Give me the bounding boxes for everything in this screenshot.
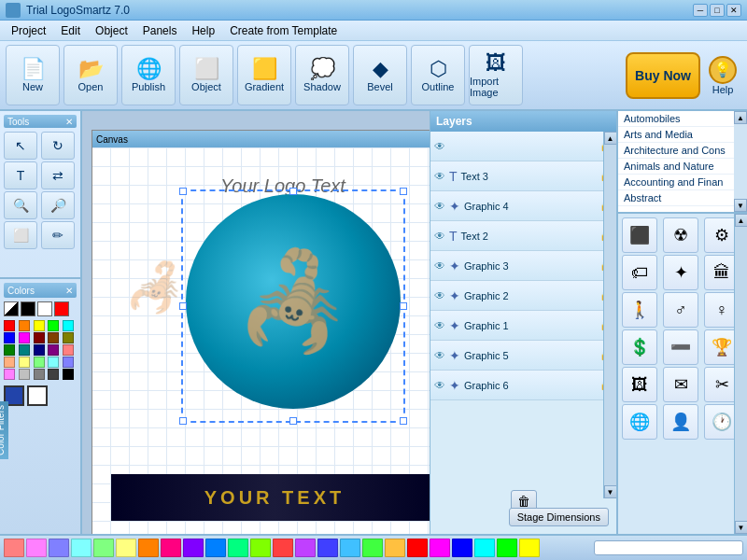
handle-tr[interactable] <box>400 188 407 195</box>
layer-eye-layer-top[interactable]: 👁 <box>434 140 445 153</box>
status-color-swatch[interactable] <box>205 539 226 557</box>
palette-swatch[interactable] <box>34 357 45 368</box>
palette-swatch[interactable] <box>63 332 74 343</box>
status-color-swatch[interactable] <box>250 539 271 557</box>
status-color-swatch[interactable] <box>161 539 181 557</box>
publish-button[interactable]: 🌐Publish <box>121 45 176 105</box>
red-swatch[interactable] <box>54 301 69 316</box>
layer-item-graphic1[interactable]: 👁 ✦ Graphic 1 🔒 <box>430 311 616 341</box>
status-color-swatch[interactable] <box>340 539 360 557</box>
icon-cell-checkerboard[interactable]: ⬛ <box>622 217 657 253</box>
palette-swatch[interactable] <box>48 357 59 368</box>
palette-swatch[interactable] <box>34 344 45 356</box>
status-color-swatch[interactable] <box>26 539 47 557</box>
menu-item-panels[interactable]: Panels <box>135 22 185 39</box>
handle-bm[interactable] <box>289 417 297 425</box>
toolbox-close[interactable]: ✕ <box>65 117 73 127</box>
layer-item-layer-top[interactable]: 👁 🔒 <box>430 132 616 161</box>
palette-swatch[interactable] <box>19 332 30 343</box>
status-color-swatch[interactable] <box>93 539 114 557</box>
handle-bl[interactable] <box>179 417 187 425</box>
zoom-in-tool[interactable]: 🔎 <box>41 191 75 219</box>
menu-item-object[interactable]: Object <box>88 22 135 39</box>
icon-cell-male[interactable]: ♂ <box>663 292 698 328</box>
maximize-button[interactable]: □ <box>710 4 725 17</box>
select-tool[interactable]: ↖ <box>4 132 37 160</box>
color-filters-tab[interactable]: Color Filters <box>0 401 8 459</box>
status-color-swatch[interactable] <box>138 539 159 557</box>
layers-scrollbar[interactable]: ▲ ▼ <box>603 132 616 498</box>
status-color-swatch[interactable] <box>474 539 495 557</box>
white-swatch[interactable] <box>37 301 52 316</box>
icon-cell-globe[interactable]: 🌐 <box>622 404 657 440</box>
layer-item-graphic2[interactable]: 👁 ✦ Graphic 2 🔒 <box>430 281 616 311</box>
palette-swatch[interactable] <box>19 344 30 356</box>
layer-eye-graphic2[interactable]: 👁 <box>434 289 445 302</box>
handle-br[interactable] <box>400 417 407 425</box>
palette-swatch[interactable] <box>63 357 74 368</box>
status-color-swatch[interactable] <box>295 539 316 557</box>
menu-item-help[interactable]: Help <box>184 22 222 39</box>
cat-scroll-up[interactable]: ▲ <box>734 111 747 124</box>
palette-swatch[interactable] <box>4 320 15 331</box>
handle-tl[interactable] <box>179 188 187 195</box>
palette-swatch[interactable] <box>4 357 15 368</box>
layer-item-text3[interactable]: 👁 T Text 3 🔒 <box>430 161 616 191</box>
status-color-swatch[interactable] <box>317 539 338 557</box>
status-color-swatch[interactable] <box>519 539 540 557</box>
cat-scroll-down[interactable]: ▼ <box>734 199 747 212</box>
transparent-swatch[interactable] <box>4 301 19 316</box>
menu-item-project[interactable]: Project <box>4 22 53 39</box>
palette-swatch[interactable] <box>48 369 59 380</box>
palette-swatch[interactable] <box>19 320 30 331</box>
status-color-swatch[interactable] <box>116 539 136 557</box>
status-color-swatch[interactable] <box>362 539 383 557</box>
handle-mr[interactable] <box>400 302 407 310</box>
category-item[interactable]: Architecture and Cons <box>618 143 747 159</box>
status-color-swatch[interactable] <box>228 539 248 557</box>
palette-swatch[interactable] <box>4 344 15 356</box>
category-item[interactable]: Automobiles <box>618 111 747 127</box>
shadow-button[interactable]: 💭Shadow <box>295 45 349 105</box>
palette-swatch[interactable] <box>48 332 59 343</box>
layer-item-text2[interactable]: 👁 T Text 2 🔒 <box>430 221 616 251</box>
layer-item-graphic3[interactable]: 👁 ✦ Graphic 3 🔒 <box>430 251 616 281</box>
help-button[interactable]: 💡Help <box>704 56 741 95</box>
open-button[interactable]: 📂Open <box>63 45 118 105</box>
icon-cell-frame[interactable]: 🖼 <box>622 367 657 402</box>
palette-swatch[interactable] <box>34 320 45 331</box>
icon-cell-person2[interactable]: 👤 <box>663 404 698 440</box>
layer-item-graphic6[interactable]: 👁 ✦ Graphic 6 🔒 <box>430 371 616 400</box>
icon-cell-mail[interactable]: ✉ <box>663 367 698 402</box>
palette-swatch[interactable] <box>63 344 74 356</box>
layer-eye-text3[interactable]: 👁 <box>434 170 445 183</box>
bevel-button[interactable]: ◆Bevel <box>353 45 407 105</box>
text-tool[interactable]: T <box>4 161 37 189</box>
category-item[interactable]: Arts and Media <box>618 127 747 143</box>
crop-tool[interactable]: ⬜ <box>4 221 37 249</box>
category-item[interactable]: Abstract <box>618 190 747 206</box>
outline-button[interactable]: ⬡Outline <box>411 45 465 105</box>
canvas[interactable]: Canvas ─ ✕ Your Logo Text 🦂 🦂 <box>92 130 474 534</box>
status-scrollbar[interactable] <box>594 540 743 555</box>
layer-eye-graphic5[interactable]: 👁 <box>434 349 445 362</box>
colors-close[interactable]: ✕ <box>65 286 73 296</box>
palette-swatch[interactable] <box>48 320 59 331</box>
layer-eye-graphic4[interactable]: 👁 <box>434 200 445 213</box>
status-color-swatch[interactable] <box>407 539 428 557</box>
menu-item-edit[interactable]: Edit <box>53 22 88 39</box>
palette-swatch[interactable] <box>19 369 30 380</box>
status-color-swatch[interactable] <box>452 539 472 557</box>
status-color-swatch[interactable] <box>4 539 24 557</box>
icon-cell-star4[interactable]: ✦ <box>663 255 698 290</box>
status-color-swatch[interactable] <box>430 539 450 557</box>
palette-swatch[interactable] <box>19 357 30 368</box>
rotate-tool[interactable]: ↻ <box>41 132 75 160</box>
buy-now-button[interactable]: Buy Now <box>626 52 700 99</box>
category-item[interactable]: Accounting and Finan <box>618 175 747 190</box>
icons-scroll-up[interactable]: ▲ <box>735 214 748 227</box>
palette-swatch[interactable] <box>4 332 15 343</box>
gradient-button[interactable]: 🟨Gradient <box>237 45 291 105</box>
background-color[interactable] <box>27 385 48 406</box>
icon-cell-radioactive[interactable]: ☢ <box>663 217 698 253</box>
